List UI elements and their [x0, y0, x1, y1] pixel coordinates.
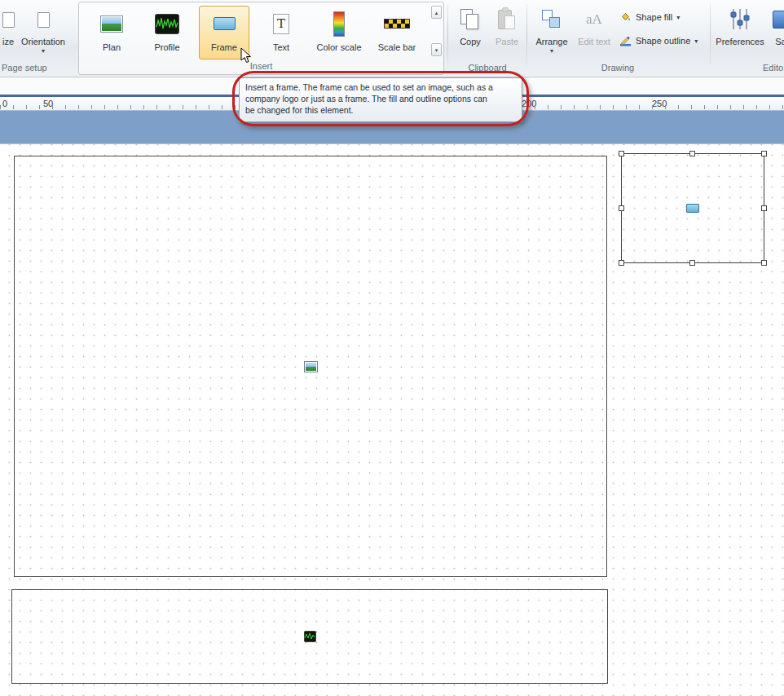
arrange-icon: [531, 4, 572, 35]
shape-fill-button[interactable]: Shape fill ▾: [617, 9, 682, 25]
page-setup-group-label: Page setup: [2, 63, 47, 73]
scale-bar-icon: [371, 7, 423, 41]
plan-icon: [87, 7, 136, 41]
group-separator: [710, 4, 711, 68]
group-separator: [447, 4, 448, 68]
editor-group-label: Edito: [763, 63, 783, 73]
scale-bar-label: Scale bar: [378, 42, 416, 52]
copy-icon: [452, 4, 488, 35]
resize-handle[interactable]: [761, 260, 767, 266]
frame-icon: [200, 7, 249, 41]
chevron-down-icon: ▾: [694, 37, 698, 45]
paste-icon: [490, 4, 524, 35]
resize-handle[interactable]: [619, 260, 624, 266]
resize-handle[interactable]: [619, 151, 624, 156]
gallery-up-button[interactable]: ▴: [431, 6, 442, 19]
drawing-group-label: Drawing: [587, 63, 649, 73]
plan-label: Plan: [103, 42, 121, 52]
copy-label: Copy: [460, 37, 481, 46]
paint-bucket-icon: [619, 11, 632, 24]
color-scale-label: Color scale: [316, 42, 361, 52]
plan-placeholder-icon: [304, 361, 318, 372]
tooltip-line: Insert a frame. The frame can be used to…: [245, 81, 516, 93]
profile-frame-element[interactable]: [11, 589, 608, 684]
resize-handle[interactable]: [761, 205, 767, 211]
resize-handle[interactable]: [689, 151, 695, 156]
paper-size-label: ize: [2, 37, 14, 46]
text-label: Text: [273, 42, 289, 52]
ribbon: ize Orientation ▾ Page setup Plan Profi: [0, 0, 784, 77]
text-button[interactable]: T Text: [256, 6, 306, 59]
resize-handle[interactable]: [619, 205, 624, 211]
tooltip-line: company logo or just as a frame. The fil…: [245, 93, 516, 104]
ruler-label: 0: [2, 99, 7, 108]
shape-outline-label: Shape outline: [636, 36, 690, 46]
frame-button[interactable]: Frame: [199, 6, 249, 59]
selected-image-frame[interactable]: [621, 153, 764, 263]
copy-button[interactable]: Copy: [451, 3, 489, 51]
profile-label: Profile: [154, 42, 179, 52]
tooltip: Insert a frame. The frame can be used to…: [239, 77, 522, 122]
insert-group-label: Insert: [79, 61, 443, 71]
arrange-label: Arrange: [535, 37, 567, 46]
chevron-down-icon: ▾: [676, 14, 680, 21]
plan-frame-element[interactable]: [14, 156, 607, 577]
color-scale-button[interactable]: Color scale: [311, 6, 367, 59]
frame-placeholder-icon: [686, 204, 699, 213]
pen-icon: [619, 34, 632, 48]
paste-label: Paste: [496, 37, 518, 46]
color-scale-icon: [312, 7, 366, 41]
frame-label: Frame: [211, 42, 237, 52]
text-icon: T: [257, 7, 306, 41]
ruler-label: 200: [522, 99, 536, 108]
arrange-button[interactable]: Arrange ▾: [531, 3, 573, 55]
tooltip-line: be changed for this element.: [245, 104, 516, 116]
profile-placeholder-icon: [304, 631, 316, 642]
ruler-label: 250: [652, 99, 667, 108]
edit-text-button: aA Edit text: [574, 3, 614, 55]
gallery-down-button[interactable]: ▾: [431, 43, 442, 56]
group-separator: [526, 4, 527, 68]
clipboard-group-label: Clipboard: [453, 63, 522, 73]
resize-handle[interactable]: [689, 260, 695, 266]
edit-text-icon: aA: [575, 4, 614, 35]
layout-editor-workspace: 0 50 200 250: [0, 77, 784, 696]
save-label: Sa: [775, 37, 784, 46]
scale-bar-button[interactable]: Scale bar: [370, 6, 424, 59]
shape-outline-button[interactable]: Shape outline ▾: [617, 33, 700, 49]
paste-button: Paste: [489, 3, 525, 51]
orientation-label: Orientation: [21, 37, 65, 46]
resize-handle[interactable]: [761, 151, 767, 156]
shape-fill-label: Shape fill: [636, 12, 672, 22]
save-icon: [764, 4, 784, 35]
edit-text-label: Edit text: [578, 37, 610, 46]
chevron-down-icon: ▾: [550, 48, 553, 55]
page-canvas[interactable]: [0, 143, 784, 696]
plan-button[interactable]: Plan: [86, 6, 137, 59]
chevron-down-icon: ▾: [42, 48, 45, 55]
orientation-button[interactable]: Orientation ▾: [18, 3, 68, 55]
app-window: ize Orientation ▾ Page setup Plan Profi: [0, 0, 784, 696]
orientation-icon: [19, 4, 68, 35]
ruler-label: 50: [43, 99, 53, 108]
profile-button[interactable]: Profile: [142, 6, 192, 59]
save-button[interactable]: Sa: [763, 3, 784, 55]
profile-icon: [143, 7, 192, 41]
preferences-label: Preferences: [716, 37, 764, 46]
sliders-icon: [716, 4, 764, 35]
preferences-button[interactable]: Preferences: [715, 3, 765, 55]
insert-group-panel: Plan Profile Frame T Text: [78, 2, 444, 75]
